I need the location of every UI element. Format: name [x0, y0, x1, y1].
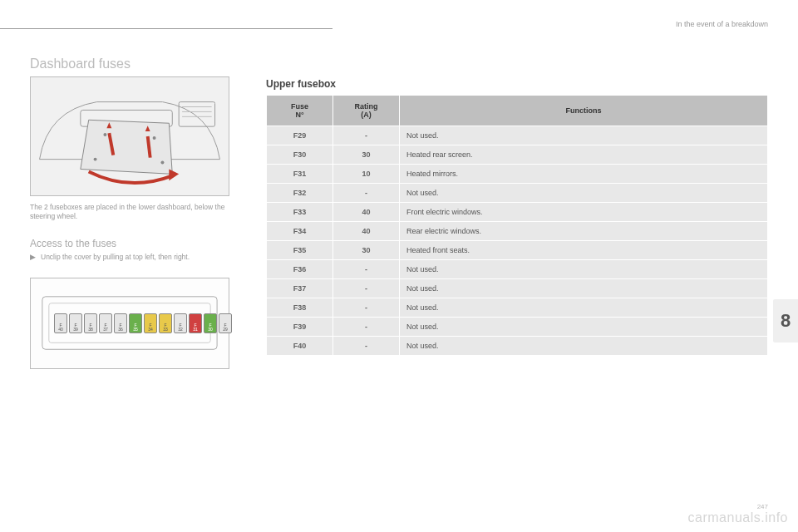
fuse-label-bot: 38: [88, 328, 93, 332]
col-rating-label-2: (A): [338, 111, 394, 119]
fuse-slot: F29: [219, 313, 232, 333]
illustration-caption: The 2 fuseboxes are placed in the lower …: [30, 203, 246, 221]
fuse-label-bot: 39: [73, 328, 78, 332]
fuse-slot: F38: [84, 313, 97, 333]
fusebox-diagram: F40F39F38F37F36F35F34F33F32F31F30F29: [30, 278, 229, 369]
cell-function: Heated front seats.: [400, 241, 768, 260]
manual-page: In the event of a breakdown Dashboard fu…: [0, 0, 798, 532]
cell-function: Heated mirrors.: [400, 165, 768, 184]
cell-fuse-no: F32: [267, 184, 333, 203]
fuse-label-bot: 30: [208, 328, 213, 332]
fuse-slot: F40: [54, 313, 67, 333]
right-column: Upper fusebox Fuse N° Rating (A) Functio…: [266, 76, 768, 369]
col-fuse-label-1: Fuse: [272, 102, 328, 111]
page-title: Dashboard fuses: [30, 57, 768, 71]
fuse-slot: F39: [69, 313, 82, 333]
cell-rating: 30: [333, 241, 400, 260]
cell-fuse-no: F31: [267, 165, 333, 184]
fuse-label-bot: 29: [223, 328, 228, 332]
cell-rating: 40: [333, 222, 400, 241]
fuse-slot: F32: [174, 313, 187, 333]
fuse-label-bot: 32: [178, 328, 183, 332]
cell-rating: 30: [333, 145, 400, 165]
col-rating: Rating (A): [333, 96, 400, 126]
cell-function: Not used.: [400, 298, 768, 318]
access-title: Access to the fuses: [30, 238, 246, 249]
cell-fuse-no: F33: [267, 203, 333, 222]
fuse-slot: F36: [114, 313, 127, 333]
fuse-label-bot: 33: [163, 328, 168, 332]
access-bullet: ▶ Unclip the cover by pulling at top lef…: [30, 253, 246, 262]
horizontal-rule: [0, 28, 332, 29]
cell-fuse-no: F30: [267, 145, 333, 165]
cell-rating: -: [333, 337, 400, 356]
fuse-table-body: F29-Not used.F3030Heated rear screen.F31…: [267, 126, 768, 356]
table-row: F39-Not used.: [267, 318, 768, 337]
table-row: F32-Not used.: [267, 184, 768, 203]
table-row: F40-Not used.: [267, 337, 768, 356]
fuse-slot: F34: [144, 313, 157, 333]
dashboard-illustration: [30, 76, 229, 196]
bullet-text: Unclip the cover by pulling at top left,…: [41, 253, 190, 262]
fuse-label-bot: 40: [58, 328, 63, 332]
cell-rating: -: [333, 279, 400, 298]
content-columns: The 2 fuseboxes are placed in the lower …: [30, 76, 768, 369]
fusebox-title: Upper fusebox: [266, 78, 768, 90]
cell-rating: -: [333, 184, 400, 203]
fuse-label-bot: 35: [133, 328, 138, 332]
table-row: F3440Rear electric windows.: [267, 222, 768, 241]
cell-rating: -: [333, 260, 400, 279]
cell-function: Front electric windows.: [400, 203, 768, 222]
section-header: In the event of a breakdown: [676, 20, 768, 28]
fuse-table: Fuse N° Rating (A) Functions F29-Not use…: [266, 95, 768, 356]
page-number: 247: [757, 503, 768, 510]
cell-function: Rear electric windows.: [400, 222, 768, 241]
table-row: F38-Not used.: [267, 298, 768, 318]
fuse-slot: F31: [189, 313, 202, 333]
table-row: F29-Not used.: [267, 126, 768, 145]
fuse-label-bot: 37: [103, 328, 108, 332]
col-rating-label-1: Rating: [338, 102, 394, 111]
watermark: carmanuals.info: [688, 510, 788, 525]
cell-rating: 10: [333, 165, 400, 184]
col-functions: Functions: [400, 96, 768, 126]
fuse-label-bot: 34: [148, 328, 153, 332]
table-row: F3030Heated rear screen.: [267, 145, 768, 165]
svg-point-5: [160, 161, 164, 165]
bullet-mark-icon: ▶: [30, 253, 36, 262]
svg-point-3: [153, 136, 156, 140]
table-row: F36-Not used.: [267, 260, 768, 279]
dashboard-svg: [31, 77, 229, 195]
fuse-label-bot: 36: [118, 328, 123, 332]
cell-rating: -: [333, 298, 400, 318]
table-row: F3110Heated mirrors.: [267, 165, 768, 184]
cell-function: Not used.: [400, 318, 768, 337]
table-row: F3530Heated front seats.: [267, 241, 768, 260]
cell-fuse-no: F34: [267, 222, 333, 241]
fuse-slot: F30: [204, 313, 217, 333]
svg-point-2: [103, 133, 106, 136]
col-fuse-no: Fuse N°: [267, 96, 333, 126]
left-column: The 2 fuseboxes are placed in the lower …: [30, 76, 246, 369]
svg-point-4: [94, 158, 97, 161]
cell-fuse-no: F39: [267, 318, 333, 337]
cell-fuse-no: F40: [267, 337, 333, 356]
cell-fuse-no: F29: [267, 126, 333, 145]
fuse-slot: F37: [99, 313, 112, 333]
cell-rating: -: [333, 126, 400, 145]
table-row: F37-Not used.: [267, 279, 768, 298]
cell-rating: -: [333, 318, 400, 337]
table-row: F3340Front electric windows.: [267, 203, 768, 222]
cell-function: Not used.: [400, 260, 768, 279]
chapter-tab: 8: [773, 299, 798, 342]
cell-fuse-no: F37: [267, 279, 333, 298]
dashboard-sketch: [31, 77, 229, 195]
col-fuse-label-2: N°: [272, 111, 328, 119]
cell-fuse-no: F36: [267, 260, 333, 279]
fuse-slot: F35: [129, 313, 142, 333]
cell-function: Not used.: [400, 184, 768, 203]
cell-function: Not used.: [400, 337, 768, 356]
cell-rating: 40: [333, 203, 400, 222]
fuse-table-header-row: Fuse N° Rating (A) Functions: [267, 96, 768, 126]
cell-fuse-no: F38: [267, 298, 333, 318]
